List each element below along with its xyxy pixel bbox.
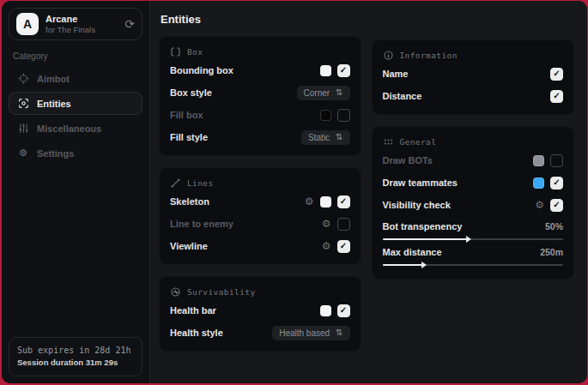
page-title: Entities [161,13,574,26]
sidebar-item-entities[interactable]: Entities [9,92,142,115]
setting-row-box-style: Box styleCorner⇅ [170,83,350,102]
slider-row-max-distance: Max distance250m [383,245,564,266]
main-content: Entities BoxBounding box✓Box styleCorner… [150,1,587,383]
setting-label: Draw BOTs [383,155,433,165]
gear-icon[interactable]: ⚙ [305,196,314,207]
section-header: Lines [170,177,350,189]
gear-icon[interactable]: ⚙ [322,241,331,251]
crosshair-icon [17,73,29,84]
setting-label: Bot transpenency [383,221,463,232]
entities-icon [17,98,29,109]
color-swatch-bounding-box[interactable] [320,65,331,76]
checkbox-bounding-box[interactable]: ✓ [337,64,350,77]
general-icon [383,136,394,147]
setting-label: Viewline [170,241,208,251]
setting-label: Fill style [170,132,208,142]
dropdown-fill-style[interactable]: Static⇅ [301,130,349,145]
checkbox-line-to-enemy[interactable] [337,218,350,231]
dropdown-health-style[interactable]: Health based⇅ [272,326,349,340]
setting-label: Fill box [170,110,203,120]
setting-label: Health bar [170,305,216,316]
color-swatch-draw-teammates[interactable] [533,177,544,189]
setting-row-fill-box: Fill box [170,105,350,124]
section-header: Survivability [170,286,350,298]
sub-expiry-text: Sub expires in 28d 21h [17,344,134,358]
section-title: Box [187,47,203,57]
check-icon: ✓ [553,178,560,187]
subscription-box: Sub expires in 28d 21h Session duration … [9,337,142,376]
checkbox-draw-bots[interactable] [550,154,563,167]
cards-column-1: InformationName✓Distance✓GeneralDraw BOT… [372,39,575,280]
gear-icon[interactable]: ⚙ [535,200,544,210]
section-card-lines: LinesSkeleton⚙✓Line to enemy⚙Viewline⚙✓ [159,167,361,265]
checkbox-draw-teammates[interactable]: ✓ [550,177,563,189]
setting-row-health-style: Health styleHealth based⇅ [170,323,350,342]
color-swatch-health-bar[interactable] [320,305,331,316]
checkbox-name[interactable]: ✓ [550,68,563,81]
refresh-icon[interactable]: ⟳ [124,18,135,30]
slider-track-bot-transpenency[interactable] [383,238,564,240]
slider-row-bot-transpenency: Bot transpenency50% [383,220,564,240]
sidebar-item-aimbot[interactable]: Aimbot [9,67,142,90]
slider-thumb[interactable] [466,236,471,243]
gear-icon: ⚙ [17,148,29,158]
check-icon: ✓ [340,197,347,206]
section-card-box: BoxBounding box✓Box styleCorner⇅Fill box… [159,36,361,156]
info-icon [383,50,394,61]
dropdown-box-style[interactable]: Corner⇅ [297,86,350,100]
brand-name: Arcane [45,14,118,25]
updown-icon: ⇅ [336,133,342,141]
category-label: Category [13,51,142,61]
checkbox-health-bar[interactable]: ✓ [337,304,350,317]
section-card-general: GeneralDraw BOTsDraw teammates✓Visibilit… [372,126,575,280]
color-swatch-draw-bots[interactable] [533,155,544,166]
setting-label: Visibility check [383,200,451,210]
gear-icon[interactable]: ⚙ [322,219,331,229]
setting-label: Bounding box [170,65,233,75]
slider-thumb[interactable] [421,262,427,268]
setting-label: Line to enemy [170,219,233,229]
check-icon: ✓ [340,242,347,250]
setting-row-visibility-check: Visibility check⚙✓ [383,196,564,214]
section-title: Lines [187,178,214,188]
section-header: Information [383,50,564,61]
section-title: Survivability [187,287,256,297]
dropdown-value: Corner [304,88,330,98]
sidebar-item-label: Aimbot [37,74,70,84]
setting-label: Name [383,69,409,79]
checkbox-skeleton[interactable]: ✓ [337,196,350,208]
sidebar-item-settings[interactable]: ⚙Settings [9,141,142,165]
updown-icon: ⇅ [336,88,342,97]
setting-row-viewline: Viewline⚙✓ [170,237,350,256]
cards-area: BoxBounding box✓Box styleCorner⇅Fill box… [159,36,574,352]
brand-text: Arcane for The Finals [45,14,118,35]
section-header: Box [170,46,350,57]
checkbox-distance[interactable]: ✓ [550,90,563,103]
checkbox-visibility-check[interactable]: ✓ [550,199,563,212]
checkbox-viewline[interactable]: ✓ [337,240,350,253]
cards-column-0: BoxBounding box✓Box styleCorner⇅Fill box… [159,36,361,352]
setting-row-draw-bots: Draw BOTs [383,151,564,170]
setting-label: Draw teammates [383,177,458,188]
setting-row-skeleton: Skeleton⚙✓ [170,192,350,211]
dropdown-value: Health based [279,328,330,338]
setting-row-line-to-enemy: Line to enemy⚙ [170,214,350,233]
brand-card: A Arcane for The Finals ⟳ [9,8,142,40]
setting-row-name: Name✓ [383,64,564,83]
setting-row-bounding-box: Bounding box✓ [170,61,350,80]
section-title: General [400,137,437,147]
color-swatch-fill-box[interactable] [320,110,331,121]
sidebar-item-miscellaneous[interactable]: Miscellaneous [9,117,142,140]
check-icon: ✓ [553,92,560,100]
color-swatch-skeleton[interactable] [320,196,331,208]
app-window: A Arcane for The Finals ⟳ Category Aimbo… [2,1,587,383]
sliders-icon [17,123,29,134]
box-icon [170,46,181,57]
section-header: General [383,136,564,147]
section-card-information: InformationName✓Distance✓ [372,39,575,115]
slider-track-max-distance[interactable] [383,264,564,266]
slider-value: 250m [540,247,563,257]
setting-row-fill-style: Fill styleStatic⇅ [170,128,350,147]
updown-icon: ⇅ [336,328,342,337]
checkbox-fill-box[interactable] [337,109,350,122]
